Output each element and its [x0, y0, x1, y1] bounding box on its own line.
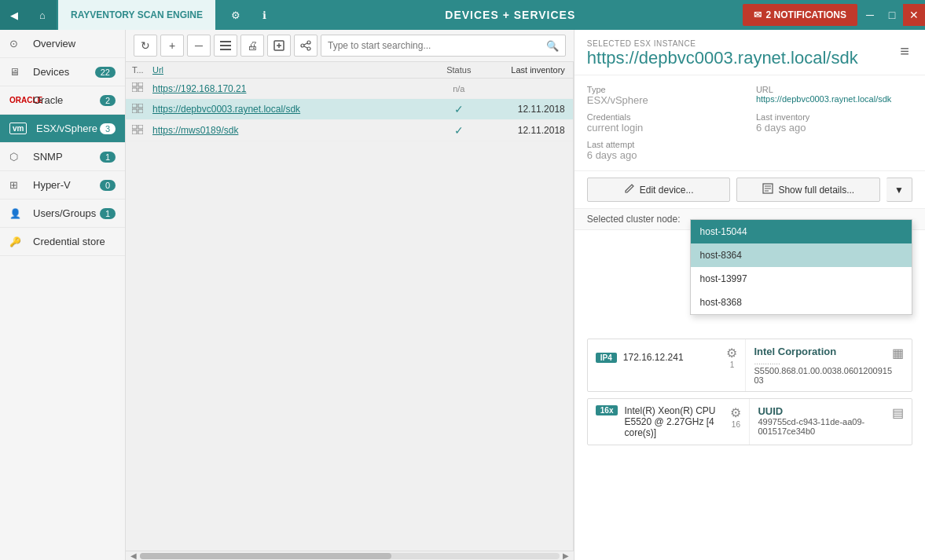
- dropdown-item-host15044[interactable]: host-15044: [691, 220, 912, 243]
- remove-button[interactable]: ─: [187, 35, 211, 57]
- detail-menu-button[interactable]: ≡: [897, 39, 912, 64]
- info-last-inventory: Last inventory 6 days ago: [756, 112, 912, 134]
- edit-button[interactable]: [214, 35, 237, 57]
- detail-title-block: SELECTED ESX INSTANCE https://depbvc0003…: [587, 39, 858, 68]
- grid-icon: [132, 104, 143, 113]
- notifications-button[interactable]: ✉ 2 NOTIFICATIONS: [743, 4, 857, 26]
- svg-rect-10: [138, 82, 143, 86]
- sidebar-item-overview[interactable]: ⊙ Overview: [0, 30, 125, 58]
- cluster-dropdown-list[interactable]: host-15044 host-8364 host-13997 host-836…: [690, 219, 912, 315]
- export-button[interactable]: [267, 35, 291, 57]
- sidebar-item-label: Hyper-V: [33, 179, 71, 191]
- app-body: ⊙ Overview 🖥 Devices 22 ORACLE Oracle 2 …: [0, 30, 925, 560]
- network-settings-icon: ⚙: [726, 346, 737, 361]
- credentials-value: current login: [587, 122, 743, 134]
- hyperv-icon: ⊞: [9, 179, 27, 191]
- sidebar-item-oracle[interactable]: ORACLE Oracle 2: [0, 86, 125, 115]
- minimize-button[interactable]: ─: [859, 4, 881, 26]
- home-icon: ⌂: [39, 9, 46, 21]
- cpu-card: 16x Intel(R) Xeon(R) CPU E5520 @ 2.27GHz…: [587, 398, 912, 445]
- info-button[interactable]: ℹ: [250, 0, 278, 30]
- row-url[interactable]: https://depbvc0003.raynet.local/sdk: [149, 104, 431, 115]
- snmp-badge: 1: [100, 152, 116, 163]
- svg-rect-18: [138, 125, 143, 129]
- sidebar-item-devices[interactable]: 🖥 Devices 22: [0, 58, 125, 86]
- detail-actions: Edit device... Show full details... ▼: [574, 171, 925, 209]
- search-bar[interactable]: 🔍: [321, 35, 566, 57]
- oracle-badge: 2: [100, 95, 116, 106]
- mail-icon: ✉: [754, 9, 762, 20]
- cpu-badge: 16x: [596, 405, 619, 415]
- row-url[interactable]: https://192.168.170.21: [149, 83, 431, 94]
- sidebar-item-esx[interactable]: vm ESX/vSphere 3: [0, 115, 125, 143]
- sidebar-item-snmp[interactable]: ⬡ SNMP 1: [0, 143, 125, 171]
- scrollbar-track[interactable]: [140, 553, 560, 559]
- gear-button[interactable]: ⚙: [222, 0, 250, 30]
- cluster-label: Selected cluster node:: [587, 214, 681, 225]
- edit-device-label: Edit device...: [640, 185, 694, 196]
- row-url[interactable]: https://mws0189/sdk: [149, 125, 431, 136]
- show-details-dropdown-button[interactable]: ▼: [886, 178, 912, 202]
- users-icon: 👤: [9, 208, 27, 219]
- table-row[interactable]: https://mws0189/sdk ✓ 12.11.2018: [126, 120, 573, 141]
- dropdown-item-host8368[interactable]: host-8368: [691, 291, 912, 314]
- notifications-label: 2 NOTIFICATIONS: [766, 9, 846, 20]
- esx-icon: vm: [9, 123, 27, 134]
- maximize-button[interactable]: □: [881, 4, 903, 26]
- sidebar-item-users[interactable]: 👤 Users/Groups 1: [0, 199, 125, 228]
- info-url: URL https://depbvc0003.raynet.local/sdk: [756, 85, 912, 106]
- ip-address: 172.16.12.241: [623, 352, 684, 363]
- show-details-button[interactable]: Show full details...: [736, 178, 880, 202]
- svg-rect-17: [132, 125, 137, 129]
- scrollbar-thumb[interactable]: [140, 553, 391, 559]
- search-input[interactable]: [328, 40, 546, 51]
- cards-area: IP4 172.16.12.241 ⚙ 1 I: [574, 332, 925, 560]
- status-na: n/a: [453, 84, 464, 93]
- detail-section-label: SELECTED ESX INSTANCE: [587, 39, 858, 48]
- table-row[interactable]: https://192.168.170.21 n/a: [126, 79, 573, 99]
- cluster-row: Selected cluster node: host-15044 host-8…: [574, 209, 925, 230]
- back-button[interactable]: ◀: [0, 0, 28, 30]
- row-inventory: 12.11.2018: [486, 125, 573, 136]
- cpu-name: Intel(R) Xeon(R) CPU E5520 @ 2.27GHz [4 …: [624, 405, 724, 438]
- svg-rect-20: [138, 130, 143, 134]
- svg-line-7: [304, 43, 307, 45]
- svg-rect-11: [132, 88, 137, 92]
- sidebar-item-label: Overview: [33, 38, 75, 49]
- edit-device-button[interactable]: Edit device...: [587, 178, 731, 202]
- edit-icon: [220, 41, 231, 50]
- toolbar: ↻ + ─ 🖨: [126, 30, 574, 62]
- add-button[interactable]: +: [160, 35, 184, 57]
- detail-title-row: SELECTED ESX INSTANCE https://depbvc0003…: [587, 39, 912, 68]
- share-button[interactable]: [294, 35, 318, 57]
- info-credentials: Credentials current login: [587, 112, 743, 134]
- close-button[interactable]: ✕: [903, 4, 925, 26]
- credentials-label: Credentials: [587, 112, 743, 122]
- scroll-left-button[interactable]: ◀: [127, 551, 140, 560]
- gear-icon: ⚙: [231, 9, 240, 21]
- home-button[interactable]: ⌂: [28, 0, 57, 30]
- sidebar-item-label: Oracle: [33, 94, 63, 106]
- print-button[interactable]: 🖨: [240, 35, 264, 57]
- devices-icon: 🖥: [9, 66, 27, 78]
- row-status: n/a: [431, 84, 486, 93]
- last-attempt-label: Last attempt: [587, 140, 743, 149]
- dropdown-item-host8364[interactable]: host-8364: [691, 243, 912, 267]
- horizontal-scrollbar[interactable]: ◀ ▶: [126, 551, 574, 560]
- cpu-settings-icon: ⚙: [730, 405, 741, 420]
- sidebar-item-label: Credential store: [33, 236, 105, 247]
- sidebar-item-label: SNMP: [33, 151, 63, 163]
- dropdown-item-host13997[interactable]: host-13997: [691, 267, 912, 291]
- device-table: T... Url Status Last inventory: [126, 62, 574, 551]
- scroll-right-button[interactable]: ▶: [560, 551, 572, 560]
- refresh-button[interactable]: ↻: [134, 35, 157, 57]
- hyperv-badge: 0: [100, 180, 116, 191]
- table-row[interactable]: https://depbvc0003.raynet.local/sdk ✓ 12…: [126, 99, 573, 120]
- last-inventory-label: Last inventory: [756, 112, 912, 122]
- sidebar-item-credential[interactable]: 🔑 Credential store: [0, 228, 125, 256]
- svg-point-4: [307, 41, 310, 44]
- ip-badge: IP4: [596, 353, 617, 363]
- sidebar-item-hyperv[interactable]: ⊞ Hyper-V 0: [0, 171, 125, 199]
- users-badge: 1: [100, 208, 116, 219]
- app-tab[interactable]: RAYVENTORY SCAN ENGINE: [58, 0, 215, 30]
